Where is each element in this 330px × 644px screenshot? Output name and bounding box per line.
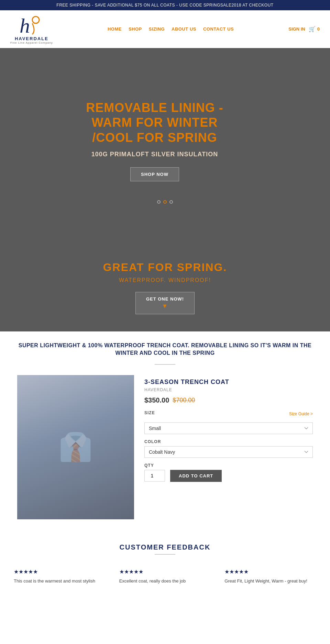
- size-label: SIZE: [144, 410, 155, 415]
- qty-section: QTY ADD TO CART: [144, 463, 313, 482]
- navigation: HOME SHOP SIZING ABOUT US CONTACT US: [108, 26, 234, 32]
- nav-about-us[interactable]: ABOUT US: [172, 26, 196, 32]
- nav-home[interactable]: HOME: [108, 26, 122, 32]
- review-stars-3: ★★★★★: [224, 568, 316, 575]
- logo[interactable]: h HAVERDALE Fine Line Apparel Company: [10, 14, 53, 44]
- hero-content: REMOVABLE LINING - WARM FOR WINTER /COOL…: [69, 87, 241, 195]
- svg-text:h: h: [20, 14, 30, 37]
- qty-input[interactable]: [144, 470, 165, 482]
- sign-in-link[interactable]: SIGN IN: [288, 26, 305, 32]
- review-stars-1: ★★★★★: [14, 568, 106, 575]
- product-name: 3-SEASON TRENCH COAT: [144, 379, 313, 386]
- feedback-section: CUSTOMER FEEDBACK ★★★★★ This coat is the…: [0, 530, 330, 602]
- color-label: COLOR: [144, 439, 313, 444]
- product-image: [17, 375, 134, 519]
- review-item: ★★★★★ Excellent coat, really does the jo…: [116, 565, 214, 588]
- review-text-1: This coat is the warmest and most stylis…: [14, 578, 106, 585]
- hero-section: REMOVABLE LINING - WARM FOR WINTER /COOL…: [0, 48, 330, 247]
- cart-icon: 🛒: [309, 26, 316, 32]
- color-select[interactable]: Cobalt Navy Black Dark Green: [144, 446, 313, 458]
- add-to-cart-button[interactable]: ADD TO CART: [170, 470, 222, 482]
- carousel-dot-3[interactable]: [169, 200, 173, 204]
- get-one-label: GET ONE NOW!: [146, 296, 184, 302]
- cart-area[interactable]: 🛒 0: [309, 26, 320, 32]
- logo-tagline: Fine Line Apparel Company: [10, 41, 53, 44]
- top-banner: FREE SHIPPING - SAVE ADDITIONAL $75 ON A…: [0, 0, 330, 10]
- qty-label: QTY: [144, 463, 313, 468]
- product-container: 3-SEASON TRENCH COAT HAVERDALE $350.00 $…: [17, 375, 313, 519]
- review-text-3: Great Fit, Light Weight, Warm - great bu…: [224, 578, 316, 585]
- header: h HAVERDALE Fine Line Apparel Company HO…: [0, 10, 330, 48]
- qty-row: ADD TO CART: [144, 470, 313, 482]
- review-item: ★★★★★ This coat is the warmest and most …: [10, 565, 109, 588]
- size-select[interactable]: Small Medium Large X-Large: [144, 422, 313, 434]
- spring-title: GREAT FOR SPRING.: [7, 261, 323, 274]
- price-original: $700.00: [173, 397, 195, 404]
- headline-divider: [155, 364, 175, 365]
- price-current: $350.00: [144, 396, 169, 404]
- feedback-title: CUSTOMER FEEDBACK: [10, 543, 320, 551]
- carousel-dot-2[interactable]: [163, 200, 167, 204]
- carousel-dot-1[interactable]: [157, 200, 161, 204]
- banner-text: FREE SHIPPING - SAVE ADDITIONAL $75 ON A…: [56, 3, 273, 8]
- size-label-row: SIZE Size Guide >: [144, 410, 313, 417]
- size-field-row: SIZE Size Guide > Small Medium Large X-L…: [144, 410, 313, 434]
- shop-now-button[interactable]: SHOP NOW: [130, 167, 179, 181]
- size-guide-link[interactable]: Size Guide >: [289, 411, 313, 416]
- reviews-grid: ★★★★★ This coat is the warmest and most …: [10, 565, 320, 588]
- spring-subtitle: WATERPROOF. WINDPROOF!: [7, 277, 323, 283]
- spring-section: GREAT FOR SPRING. WATERPROOF. WINDPROOF!…: [0, 247, 330, 331]
- price-row: $350.00 $700.00: [144, 396, 313, 404]
- nav-shop[interactable]: SHOP: [129, 26, 142, 32]
- review-stars-2: ★★★★★: [119, 568, 211, 575]
- product-headline: SUPER LIGHTWEIGHT & 100% WATERPROOF TREN…: [17, 342, 313, 357]
- logo-text: HAVERDALE: [15, 36, 48, 41]
- hero-subtitle: 100G PRIMALOFT SILVER INSULATION: [76, 150, 234, 159]
- review-item: ★★★★★ Great Fit, Light Weight, Warm - gr…: [221, 565, 320, 588]
- get-one-button[interactable]: GET ONE NOW! ▼: [135, 292, 195, 314]
- nav-sizing[interactable]: SIZING: [149, 26, 165, 32]
- cart-count: 0: [317, 26, 320, 32]
- nav-contact-us[interactable]: CONTACT US: [203, 26, 234, 32]
- color-field-row: COLOR Cobalt Navy Black Dark Green: [144, 439, 313, 458]
- product-image-area: [17, 375, 134, 519]
- product-details: 3-SEASON TRENCH COAT HAVERDALE $350.00 $…: [144, 375, 313, 482]
- svg-point-1: [32, 16, 39, 23]
- header-right: SIGN IN 🛒 0: [288, 26, 320, 32]
- feedback-divider: [155, 554, 175, 555]
- logo-icon: h: [18, 14, 45, 38]
- carousel-dots: [157, 195, 173, 209]
- product-section: SUPER LIGHTWEIGHT & 100% WATERPROOF TREN…: [0, 331, 330, 530]
- down-arrow-icon: ▼: [162, 303, 168, 310]
- brand-name: HAVERDALE: [144, 387, 313, 392]
- review-text-2: Excellent coat, really does the job: [119, 578, 211, 585]
- hero-title: REMOVABLE LINING - WARM FOR WINTER /COOL…: [76, 100, 234, 145]
